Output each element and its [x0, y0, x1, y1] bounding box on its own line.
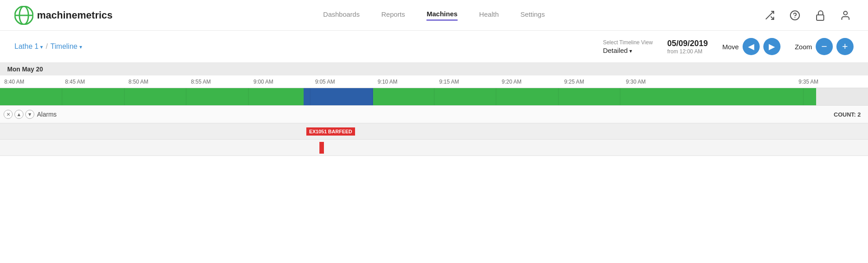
- toolbar-right: Select Timeline View Detailed 05/09/2019…: [603, 38, 854, 55]
- zoom-in-button[interactable]: +: [836, 38, 854, 55]
- date-main: 05/09/2019: [667, 39, 708, 48]
- time-label-905: 9:05 AM: [315, 79, 335, 85]
- date-group: 05/09/2019 from 12:00 AM: [667, 39, 708, 55]
- breadcrumb: Lathe 1 / Timeline: [14, 42, 82, 51]
- breadcrumb-machine[interactable]: Lathe 1: [14, 42, 43, 51]
- breadcrumb-separator: /: [46, 42, 47, 51]
- timeline-view-chevron: [629, 47, 632, 54]
- time-label-850: 8:50 AM: [129, 79, 148, 85]
- move-forward-button[interactable]: ▶: [763, 38, 780, 55]
- zoom-group: Zoom − +: [795, 38, 854, 55]
- alarm-event-row-1: EX1051 BARFEED: [0, 123, 868, 140]
- timeline-view-value: Detailed: [603, 47, 628, 54]
- breadcrumb-view[interactable]: Timeline: [51, 42, 82, 51]
- time-label-930: 9:30 AM: [626, 79, 646, 85]
- date-sub: from 12:00 AM: [667, 48, 702, 55]
- timeline-date-header: Mon May 20: [0, 63, 868, 75]
- nav-health[interactable]: Health: [479, 10, 499, 20]
- user-icon: [840, 10, 851, 21]
- alarms-row: ✕ ▲ ▼ Alarms COUNT: 2: [0, 105, 868, 123]
- nav-dashboards[interactable]: Dashboards: [323, 10, 360, 20]
- timeline-view-select[interactable]: Detailed: [603, 47, 632, 54]
- lock-icon: [815, 10, 825, 21]
- move-group: Move ◀ ▶: [722, 38, 780, 55]
- svg-rect-7: [817, 15, 824, 20]
- time-label-845: 8:45 AM: [65, 79, 85, 85]
- logo-text: machinemetrics: [37, 9, 113, 21]
- logo: machinemetrics: [14, 6, 113, 25]
- green-segment-left: [0, 88, 304, 105]
- time-label-935: 9:35 AM: [799, 79, 818, 85]
- time-label-915: 9:15 AM: [439, 79, 459, 85]
- blue-segment: [304, 88, 373, 105]
- time-label-920: 9:20 AM: [502, 79, 522, 85]
- alarm-down-button[interactable]: ▼: [25, 110, 34, 119]
- move-label: Move: [722, 43, 739, 51]
- time-label-900: 9:00 AM: [254, 79, 273, 85]
- shuffle-icon: [764, 10, 775, 21]
- alarms-controls: ✕ ▲ ▼: [4, 110, 34, 119]
- timeline-view-label: Select Timeline View: [603, 39, 653, 46]
- time-label-840: 8:40 AM: [5, 79, 24, 85]
- timeline-view-group: Select Timeline View Detailed: [603, 39, 653, 54]
- toolbar: Lathe 1 / Timeline Select Timeline View …: [0, 31, 868, 63]
- green-segment-right: [373, 88, 816, 105]
- alarm-up-button[interactable]: ▲: [14, 110, 23, 119]
- timeline-time-row: 8:40 AM 8:45 AM 8:50 AM 8:55 AM 9:00 AM …: [0, 75, 868, 88]
- time-label-855: 8:55 AM: [191, 79, 211, 85]
- user-icon-button[interactable]: [837, 7, 854, 23]
- zoom-label: Zoom: [795, 43, 812, 51]
- header: machinemetrics Dashboards Reports Machin…: [0, 0, 868, 31]
- alarms-count: COUNT: 2: [834, 111, 861, 118]
- help-icon-button[interactable]: [787, 7, 803, 23]
- move-back-button[interactable]: ◀: [743, 38, 760, 55]
- alarms-label: Alarms: [37, 111, 57, 118]
- alarm-tag: EX1051 BARFEED: [306, 127, 355, 136]
- shuffle-icon-button[interactable]: [762, 7, 778, 23]
- nav-icon-group: [762, 7, 854, 23]
- time-label-910: 9:10 AM: [378, 79, 397, 85]
- svg-point-8: [844, 11, 847, 15]
- main-nav: Dashboards Reports Machines Health Setti…: [323, 10, 545, 21]
- time-label-925: 9:25 AM: [564, 79, 584, 85]
- question-icon: [790, 10, 800, 21]
- breadcrumb-machine-label: Lathe 1: [14, 42, 38, 51]
- alarm-event-row-2: [0, 140, 868, 156]
- nav-settings[interactable]: Settings: [520, 10, 545, 20]
- timeline-area: Mon May 20 8:40 AM 8:45 AM 8:50 AM 8:55 …: [0, 63, 868, 156]
- zoom-out-button[interactable]: −: [816, 38, 833, 55]
- breadcrumb-view-label: Timeline: [51, 42, 78, 51]
- logo-icon: [14, 6, 33, 25]
- alarm-close-button[interactable]: ✕: [4, 110, 13, 119]
- nav-reports[interactable]: Reports: [381, 10, 405, 20]
- lock-icon-button[interactable]: [812, 7, 828, 23]
- timeline-bar-row: [0, 88, 868, 105]
- nav-machines[interactable]: Machines: [427, 10, 457, 21]
- breadcrumb-machine-chevron: [40, 42, 43, 51]
- breadcrumb-view-chevron: [79, 42, 82, 51]
- alarm-bar: [319, 142, 324, 154]
